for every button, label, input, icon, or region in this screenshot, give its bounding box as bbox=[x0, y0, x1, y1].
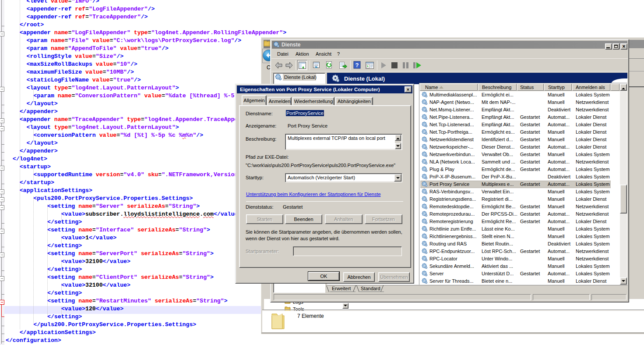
svg-text:?: ? bbox=[355, 62, 359, 68]
